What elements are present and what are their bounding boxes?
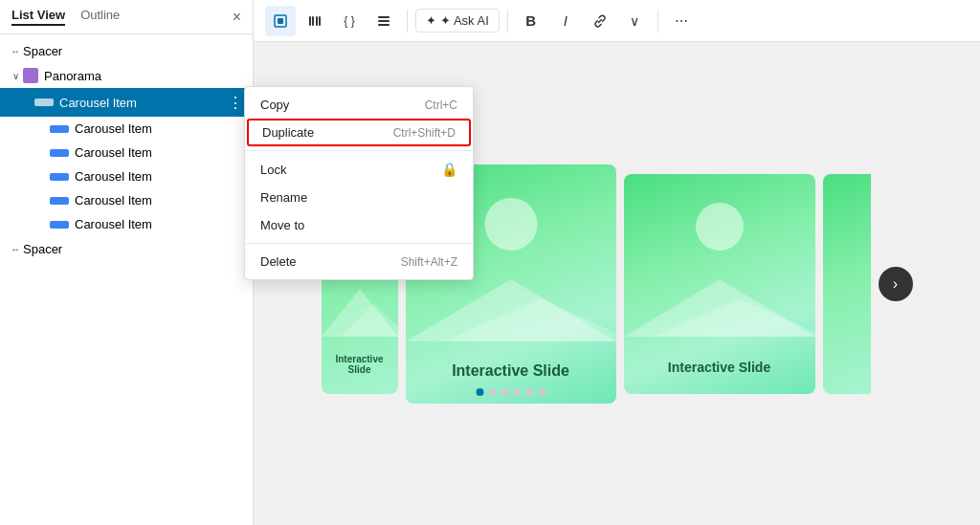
toolbar-separator-3 [657,10,658,33]
block-select-icon [273,13,288,29]
item-label: Spacer [23,44,245,58]
ctx-delete-shortcut: Shift+Alt+Z [401,255,457,269]
lock-icon: 🔒 [441,162,457,177]
svg-rect-6 [378,16,390,18]
carousel-item-icon [50,197,69,205]
ctx-copy-shortcut: Ctrl+C [425,98,457,112]
toolbar: { } ✦ ✦ Ask AI B I ∨ [254,0,980,42]
ctx-move-to[interactable]: Move to [245,211,473,239]
ctx-copy[interactable]: Copy Ctrl+C [245,91,473,119]
ctx-duplicate-shortcut: Ctrl+Shift+D [393,126,456,140]
svg-rect-1 [278,18,283,24]
ctx-rename[interactable]: Rename [245,184,473,211]
context-menu: Copy Ctrl+C Duplicate Ctrl+Shift+D Lock … [244,86,474,280]
tree-item-carousel-selected[interactable]: Carousel Item ⋮ [0,88,253,117]
ctx-duplicate-label: Duplicate [262,125,314,140]
block-select-button[interactable] [265,6,296,36]
tree-item-spacer-bottom[interactable]: ↔ Spacer [0,236,253,261]
more-format-button[interactable]: ∨ [619,6,650,36]
item-label: Spacer [23,242,245,256]
item-label: Carousel Item [75,217,245,231]
ctx-separator-1 [245,150,473,151]
ctx-move-to-label: Move to [260,218,304,232]
tree-item-carousel-3[interactable]: Carousel Item [0,141,253,164]
item-dots-button[interactable]: ⋮ [226,93,245,112]
tab-list-view[interactable]: List View [11,8,65,26]
ask-ai-button[interactable]: ✦ ✦ Ask AI [415,9,500,33]
panorama-icon [23,68,38,83]
carousel-dots [476,388,546,396]
link-icon [592,13,608,29]
align-icon [307,13,323,29]
bold-button[interactable]: B [516,6,546,36]
code-icon: { } [344,14,354,28]
carousel-item-icon [50,221,69,229]
left-panel: List View Outline × ↔ Spacer ∨ Panorama … [0,0,254,525]
expand-icon: ↔ [8,241,23,256]
ellipsis-icon: ⋯ [675,13,688,29]
slide-label: Interactive Slide [406,362,616,380]
slide-mountain-svg [322,279,398,337]
ctx-delete[interactable]: Delete Shift+Alt+Z [245,248,473,275]
italic-button[interactable]: I [550,6,581,36]
svg-rect-7 [378,20,390,22]
dot-6[interactable] [538,388,546,396]
justify-icon [376,13,391,29]
dot-2[interactable] [488,388,496,396]
carousel-item-icon [50,173,69,181]
link-button[interactable] [585,6,615,36]
dot-1[interactable] [476,388,483,396]
tree-item-spacer-top[interactable]: ↔ Spacer [0,38,253,63]
code-button[interactable]: { } [334,6,365,36]
slide-circle [696,203,744,251]
item-label: Panorama [44,69,245,83]
ctx-lock-label: Lock [260,163,286,177]
expand-icon: ↔ [8,43,23,58]
slide-mountain-svg [624,270,815,337]
align-button[interactable] [300,6,330,36]
tree-item-carousel-5[interactable]: Carousel Item [0,188,253,212]
carousel-slide-far-right [823,174,871,394]
bold-icon: B [525,12,536,29]
ctx-duplicate[interactable]: Duplicate Ctrl+Shift+D [247,119,471,146]
slide-label: Interactive Slide [624,360,815,375]
ctx-delete-label: Delete [260,254,297,269]
item-label: Carousel Item [75,169,245,184]
item-label: Carousel Item [75,145,245,160]
justify-button[interactable] [368,6,399,36]
svg-rect-2 [309,16,311,26]
toolbar-separator-1 [407,10,408,33]
close-button[interactable]: × [233,10,241,25]
slide-circle [484,198,537,251]
ctx-lock[interactable]: Lock 🔒 [245,155,473,184]
ctx-rename-label: Rename [260,190,307,205]
dot-5[interactable] [525,388,533,396]
chevron-right-icon: › [893,275,898,293]
tab-outline[interactable]: Outline [80,8,120,26]
svg-rect-3 [312,16,314,26]
slide-label: InteractiveSlide [322,354,398,375]
expand-icon: ∨ [8,68,23,83]
svg-rect-4 [316,16,318,26]
carousel-item-icon [34,98,54,106]
ask-ai-label: ✦ Ask AI [440,13,489,28]
tree-item-carousel-4[interactable]: Carousel Item [0,164,253,188]
svg-rect-5 [319,16,321,26]
carousel-next-button[interactable]: › [879,267,913,301]
panel-tabs: List View Outline [11,8,120,26]
ctx-separator-2 [245,243,473,244]
carousel-slide-right: Interactive Slide [624,174,815,394]
ctx-copy-label: Copy [260,98,289,112]
svg-rect-8 [378,24,390,26]
tree-item-panorama[interactable]: ∨ Panorama [0,63,253,88]
italic-icon: I [564,12,568,29]
item-label: Carousel Item [75,193,245,208]
toolbar-separator-2 [507,10,508,33]
more-options-button[interactable]: ⋯ [666,6,697,36]
dot-3[interactable] [501,388,508,396]
item-label: Carousel Item [59,96,226,110]
item-label: Carousel Item [75,121,245,136]
dot-4[interactable] [513,388,521,396]
tree-item-carousel-6[interactable]: Carousel Item [0,212,253,236]
tree-item-carousel-2[interactable]: Carousel Item [0,117,253,141]
